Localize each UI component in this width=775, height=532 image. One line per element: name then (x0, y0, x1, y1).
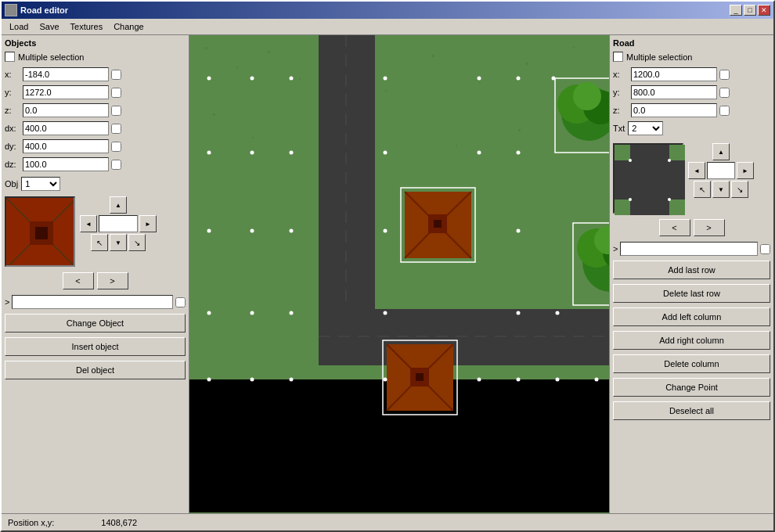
obj-select[interactable]: 1 2 3 (21, 177, 60, 191)
road-prev-button[interactable]: < (659, 219, 690, 236)
add-left-column-button[interactable]: Add left column (613, 307, 770, 326)
obj-row: Obj 1 2 3 (5, 177, 186, 191)
map-svg (189, 35, 609, 513)
change-point-button[interactable]: Change Point (613, 378, 770, 397)
svg-rect-14 (385, 90, 387, 92)
x-input[interactable] (23, 67, 109, 81)
road-x-checkbox[interactable] (719, 70, 730, 80)
dx-checkbox[interactable] (111, 124, 121, 134)
road-preview (613, 143, 683, 214)
minimize-button[interactable]: _ (730, 5, 742, 16)
road-nav-left-button[interactable] (688, 162, 705, 179)
svg-point-97 (517, 311, 521, 315)
road-panel-title: Road (613, 38, 770, 48)
position-value: 1408,672 (101, 518, 137, 527)
road-y-input[interactable] (631, 85, 717, 99)
road-z-label: z: (613, 106, 629, 115)
menu-change[interactable]: Change (109, 20, 149, 33)
delete-column-button[interactable]: Delete column (613, 354, 770, 373)
svg-point-67 (290, 77, 294, 81)
svg-point-66 (251, 77, 254, 81)
y-checkbox[interactable] (111, 88, 121, 98)
road-y-label: y: (613, 88, 629, 97)
road-x-input[interactable] (631, 67, 717, 81)
road-nav-up-button[interactable] (712, 143, 730, 160)
road-arrow-input[interactable] (620, 242, 758, 256)
txt-label: Txt (613, 124, 625, 133)
road-nav-controls (688, 143, 754, 198)
svg-point-69 (478, 77, 481, 81)
dx-input[interactable] (23, 121, 109, 135)
preview-area (5, 196, 186, 267)
svg-rect-15 (432, 55, 434, 57)
dz-checkbox[interactable] (111, 160, 121, 170)
arrow-label: > (5, 297, 9, 307)
deselect-all-button[interactable]: Deselect all (613, 401, 770, 420)
next-button[interactable]: > (97, 272, 128, 289)
close-button[interactable]: ✕ (758, 5, 770, 16)
road-next-button[interactable]: > (694, 219, 725, 236)
road-nav-down-button[interactable] (712, 181, 730, 198)
nav-controls (80, 196, 157, 251)
svg-rect-9 (205, 47, 207, 49)
add-last-row-button[interactable]: Add last row (613, 261, 770, 279)
menu-textures[interactable]: Textures (66, 20, 108, 33)
road-arrow-label: > (613, 244, 618, 253)
multiple-selection-label: Multiple selection (18, 52, 84, 62)
road-z-checkbox[interactable] (719, 106, 730, 116)
menu-load[interactable]: Load (5, 20, 33, 33)
road-y-field-row: y: (613, 85, 770, 99)
z-input[interactable] (23, 103, 109, 117)
map-canvas-area[interactable] (189, 35, 609, 513)
z-checkbox[interactable] (111, 106, 121, 116)
svg-rect-16 (479, 82, 481, 84)
road-nav-ul-button[interactable] (694, 181, 711, 198)
dy-input[interactable] (23, 139, 109, 153)
road-nav-dr-button[interactable] (731, 181, 748, 198)
svg-rect-10 (236, 66, 238, 68)
x-checkbox[interactable] (111, 70, 121, 80)
delete-last-row-button[interactable]: Delete last row (613, 284, 770, 303)
nav-up-button[interactable] (110, 196, 127, 214)
road-multiple-selection-checkbox[interactable] (613, 52, 623, 62)
svg-point-88 (384, 229, 388, 233)
y-input[interactable] (23, 85, 109, 99)
x-label: x: (5, 70, 20, 79)
road-nav-right-button[interactable] (737, 162, 754, 179)
maximize-button[interactable]: □ (744, 5, 756, 16)
road-multiple-selection-wrap: Multiple selection (613, 52, 770, 62)
road-y-checkbox[interactable] (719, 88, 730, 98)
road-nav-center-input[interactable] (707, 162, 735, 179)
nav-ul-button[interactable] (91, 234, 108, 251)
dx-label: dx: (5, 124, 20, 133)
del-object-button[interactable]: Del object (5, 361, 186, 379)
prev-button[interactable]: < (63, 272, 94, 289)
svg-point-104 (290, 378, 294, 382)
nav-center-input[interactable] (99, 215, 138, 232)
txt-row: Txt 1 2 3 4 (613, 121, 770, 135)
arrow-input[interactable] (12, 295, 173, 309)
objects-panel-title: Objects (5, 38, 186, 48)
arrow-input-checkbox[interactable] (175, 297, 186, 307)
svg-point-71 (552, 77, 556, 81)
svg-point-94 (251, 311, 254, 315)
nav-down-button[interactable] (110, 234, 127, 251)
add-right-column-button[interactable]: Add right column (613, 331, 770, 350)
svg-point-102 (207, 378, 211, 382)
road-arrow-input-checkbox[interactable] (760, 244, 770, 254)
menu-save[interactable]: Save (34, 20, 63, 33)
multiple-selection-checkbox[interactable] (5, 52, 15, 62)
nav-left-button[interactable] (80, 215, 97, 232)
nav-right-button[interactable] (139, 215, 157, 232)
svg-rect-37 (434, 220, 442, 228)
txt-select[interactable]: 1 2 3 4 (628, 121, 663, 135)
nav-dr-button[interactable] (128, 234, 146, 251)
road-z-input[interactable] (631, 103, 717, 117)
title-buttons: _ □ ✕ (730, 5, 770, 16)
change-object-button[interactable]: Change Object (5, 314, 186, 332)
svg-point-81 (517, 151, 521, 155)
insert-object-button[interactable]: Insert object (5, 337, 186, 356)
dz-input[interactable] (23, 157, 109, 171)
dy-checkbox[interactable] (111, 142, 121, 152)
menu-bar: Load Save Textures Change (2, 19, 773, 35)
